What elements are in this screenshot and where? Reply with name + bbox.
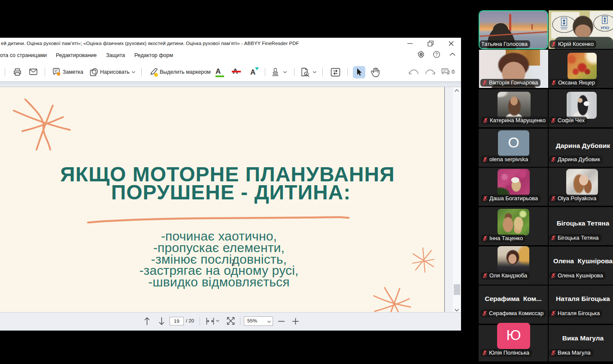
svg-text:?: ?: [435, 52, 438, 57]
svg-text:A: A: [305, 72, 308, 76]
svg-text:УПО: УПО: [601, 25, 609, 30]
